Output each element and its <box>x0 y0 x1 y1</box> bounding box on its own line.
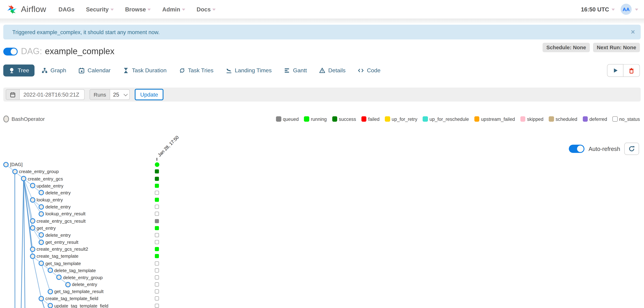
status-legend-item: skipped <box>520 116 544 122</box>
status-label: failed <box>368 116 380 122</box>
tab-task-duration[interactable]: Task Duration <box>118 65 172 77</box>
status-label: success <box>339 116 356 122</box>
status-chip-success <box>332 116 337 122</box>
dag-title: example_complex <box>45 47 114 56</box>
caret-down-icon <box>612 9 615 11</box>
nav-item-docs[interactable]: Docs <box>197 6 216 13</box>
tab-details[interactable]: Details <box>314 65 351 77</box>
task-node-circle[interactable] <box>48 303 53 308</box>
task-node-circle[interactable] <box>12 169 18 174</box>
dag-actions <box>607 64 640 77</box>
task-status-square[interactable] <box>155 233 159 237</box>
trigger-dag-button[interactable] <box>607 64 624 77</box>
brand[interactable]: Airflow <box>6 3 46 16</box>
play-icon <box>612 67 618 74</box>
tab-tree[interactable]: Tree <box>3 65 34 77</box>
task-status-square[interactable] <box>155 254 159 258</box>
calendar-icon <box>10 92 16 98</box>
status-legend-item: deferred <box>583 116 607 122</box>
user-menu[interactable]: AA <box>620 4 638 15</box>
task-node-circle[interactable] <box>30 246 35 252</box>
task-status-square[interactable] <box>155 198 159 202</box>
task-status-square[interactable] <box>155 289 159 293</box>
task-status-square[interactable] <box>155 191 159 195</box>
nav-item-label: DAGs <box>58 6 74 13</box>
view-tabs: TreeGraphCalendarTask DurationTask Tries… <box>3 65 386 77</box>
hourglass-icon <box>123 67 129 74</box>
task-node-circle[interactable] <box>30 253 35 259</box>
tree-icon <box>8 67 15 74</box>
tab-graph[interactable]: Graph <box>36 65 72 77</box>
nav-item-label: Browse <box>125 6 146 13</box>
tabs-row: TreeGraphCalendarTask DurationTask Tries… <box>3 64 640 77</box>
status-chip-scheduled <box>549 116 554 122</box>
task-status-square[interactable] <box>155 268 159 272</box>
task-node-circle[interactable] <box>3 162 8 167</box>
task-status-square[interactable] <box>155 170 159 174</box>
status-chip-up_for_retry <box>385 116 390 122</box>
tab-label: Task Duration <box>132 67 166 74</box>
status-label: running <box>311 116 327 122</box>
nav-item-security[interactable]: Security <box>86 6 114 13</box>
tab-task-tries[interactable]: Task Tries <box>174 65 219 77</box>
auto-refresh-toggle[interactable] <box>569 145 584 153</box>
base-date-input[interactable] <box>20 89 84 100</box>
task-status-square[interactable] <box>155 177 159 181</box>
tab-code[interactable]: Code <box>352 65 386 77</box>
nav-item-dags[interactable]: DAGs <box>58 6 74 13</box>
task-node-circle[interactable] <box>30 197 35 202</box>
task-status-square[interactable] <box>155 247 159 251</box>
task-node-circle[interactable] <box>48 289 53 294</box>
alert-banner: Triggered example_complex, it should sta… <box>3 25 641 39</box>
dag-run-status[interactable] <box>155 162 159 167</box>
refresh-button[interactable] <box>624 143 639 155</box>
task-status-square[interactable] <box>155 212 159 216</box>
tab-landing-times[interactable]: Landing Times <box>220 65 277 77</box>
update-button[interactable]: Update <box>135 89 164 100</box>
tab-label: Code <box>367 67 380 74</box>
task-label: delete_tag_template <box>54 268 96 273</box>
close-icon[interactable]: × <box>631 29 635 36</box>
task-node-circle[interactable] <box>39 211 44 216</box>
status-label: upstream_failed <box>481 116 515 122</box>
tab-gantt[interactable]: Gantt <box>278 65 312 77</box>
task-status-square[interactable] <box>155 303 159 308</box>
task-node-circle[interactable] <box>21 176 26 181</box>
task-node-circle[interactable] <box>39 239 44 245</box>
task-label: delete_entry <box>45 233 71 238</box>
operator-label: BashOperator <box>12 116 45 122</box>
status-chip-up_for_reschedule <box>423 116 428 122</box>
task-status-square[interactable] <box>155 184 159 188</box>
filter-bar: Runs 25 Update <box>3 88 641 102</box>
task-status-square[interactable] <box>155 240 159 244</box>
clock-menu[interactable]: 16:50 UTC <box>581 6 615 13</box>
task-label: get_entry_result <box>45 240 78 245</box>
tab-calendar[interactable]: Calendar <box>73 65 116 77</box>
nav-item-browse[interactable]: Browse <box>125 6 151 13</box>
task-status-square[interactable] <box>155 205 159 209</box>
task-status-square[interactable] <box>155 219 159 223</box>
status-legend-item: up_for_retry <box>385 116 418 122</box>
task-node-circle[interactable] <box>39 261 44 266</box>
schedule-badges: Schedule: NoneNext Run: None <box>543 43 640 52</box>
task-node-circle[interactable] <box>39 296 44 301</box>
dag-pause-toggle[interactable] <box>3 48 18 55</box>
base-date-group <box>6 89 85 100</box>
task-status-square[interactable] <box>155 275 159 279</box>
task-label: delete_entry <box>72 282 97 287</box>
dag-header: DAG: example_complex Schedule: NoneNext … <box>3 45 640 58</box>
run-column-header[interactable]: Jan 28, 17:50 <box>157 135 180 158</box>
delete-dag-button[interactable] <box>624 64 640 77</box>
task-label: delete_entry_group <box>63 275 103 280</box>
dag-prefix: DAG: <box>21 47 42 56</box>
status-chip-skipped <box>520 116 525 122</box>
nav-item-admin[interactable]: Admin <box>162 6 185 13</box>
task-status-square[interactable] <box>155 261 159 265</box>
task-status-square[interactable] <box>155 226 159 230</box>
task-node-circle[interactable] <box>39 204 44 209</box>
navbar: Airflow DAGsSecurityBrowseAdminDocs 16:5… <box>0 0 644 19</box>
task-status-square[interactable] <box>155 282 159 286</box>
task-status-square[interactable] <box>155 296 159 300</box>
num-runs-select[interactable]: 25 <box>110 89 130 100</box>
status-chip-deferred <box>583 116 588 122</box>
